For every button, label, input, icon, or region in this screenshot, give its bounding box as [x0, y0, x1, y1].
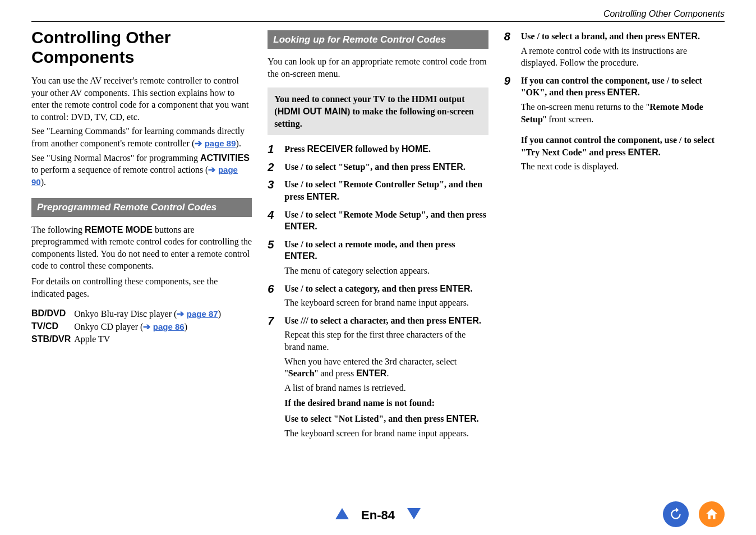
enter-label: ENTER	[432, 162, 463, 172]
text: to select a character, and then press	[308, 316, 449, 325]
intro-paragraph-2: See "Learning Commands" for learning com…	[31, 125, 252, 149]
step-7-sub2: When you have entered the 3rd character,…	[284, 356, 488, 380]
receiver-label: RECEIVER	[307, 144, 353, 154]
text: Use	[284, 284, 301, 293]
note-hdmi-label: HDMI OUT MAIN	[278, 107, 347, 116]
text: .	[315, 222, 317, 231]
activities-label: ACTIVITIES	[200, 153, 250, 163]
step-8-sub: A remote control code with its instructi…	[521, 45, 725, 69]
prev-page-button[interactable]	[335, 508, 349, 523]
step-5: Use / to select a remote mode, and then …	[268, 238, 488, 277]
text: Use	[521, 31, 537, 41]
text: .	[463, 162, 465, 172]
text: Onkyo CD player (	[74, 322, 143, 331]
step-7-sub3: A list of brand names is retrieved.	[284, 382, 488, 394]
text: The on-screen menu returns to the "	[521, 102, 650, 112]
page-footer: En-84	[0, 508, 756, 523]
page-title: Controlling Other Components	[31, 28, 252, 67]
text: to select "Not Listed", and then press	[301, 414, 446, 423]
text: Use	[284, 179, 301, 189]
row-label: STB/DVR	[31, 333, 74, 345]
step-1: Press RECEIVER followed by HOME.	[268, 143, 488, 155]
lookup-lead: You can look up for an appropriate remot…	[268, 56, 488, 80]
text: to select "Remote Mode Setup", and then …	[303, 210, 486, 219]
text: " front screen.	[543, 114, 594, 124]
text: to select a brand, and then press	[540, 31, 667, 41]
text: to select "Setup", and then press	[303, 162, 433, 172]
text: )	[218, 309, 221, 319]
text: .	[315, 251, 317, 261]
step-9-sub: The on-screen menu returns to the "Remot…	[521, 101, 725, 125]
steps-list: Press RECEIVER followed by HOME. Use / t…	[268, 143, 488, 439]
text: .	[477, 414, 479, 423]
text: .	[471, 284, 473, 293]
row-value: Apple TV	[74, 333, 224, 345]
link-arrow-icon: ➔	[195, 139, 204, 148]
link-page-87[interactable]: page 87	[187, 309, 218, 319]
triangle-up-icon	[335, 508, 349, 519]
next-page-button[interactable]	[407, 508, 421, 523]
text: See "Using Normal Macros" for programmin…	[31, 153, 200, 163]
link-arrow-icon: ➔	[177, 309, 186, 319]
preprog-paragraph-1: The following REMOTE MODE buttons are pr…	[31, 224, 252, 272]
enter-label: ENTER	[446, 414, 476, 423]
back-button[interactable]	[663, 501, 689, 527]
step-6-sub: The keyboard screen for brand name input…	[284, 297, 488, 309]
text: to select a category, and then press	[303, 284, 440, 293]
step-7-sub4: If the desired brand name is not found:	[284, 397, 488, 409]
enter-label: ENTER	[667, 31, 698, 41]
text: If you cannot control the component, use	[521, 135, 679, 145]
running-head: Controlling Other Components	[603, 9, 725, 19]
text: Use	[284, 414, 301, 423]
back-arrow-icon	[669, 507, 683, 522]
column-middle: Looking up for Remote Control Codes You …	[268, 28, 488, 445]
step-3: Use / to select "Remote Controller Setup…	[268, 178, 488, 202]
text: If you can control the component, use	[521, 76, 667, 85]
text: to perform a sequence of remote control …	[31, 165, 208, 174]
preprogrammed-table: BD/DVD Onkyo Blu-ray Disc player (➔ page…	[31, 307, 224, 345]
text: to select a remote mode, and then press	[303, 239, 455, 249]
text: Use	[284, 316, 301, 325]
intro-paragraph-1: You can use the AV receiver's remote con…	[31, 75, 252, 123]
enter-label: ENTER	[284, 222, 315, 231]
step-9-alt: If you cannot control the component, use…	[521, 134, 725, 158]
text: .	[337, 192, 339, 201]
step-7-sub1: Repeat this step for the first three cha…	[284, 329, 488, 353]
row-value: Onkyo Blu-ray Disc player (➔ page 87)	[74, 307, 224, 320]
page-number: En-84	[361, 508, 395, 523]
text: )	[185, 322, 187, 331]
step-7-sub6: The keyboard screen for brand name input…	[284, 427, 488, 440]
note-box: You need to connect your TV to the HDMI …	[268, 87, 488, 135]
home-button[interactable]	[699, 501, 725, 527]
step-7-sub5: Use to select "Not Listed", and then pre…	[284, 413, 488, 425]
step-9-alt-sub: The next code is displayed.	[521, 160, 725, 173]
section-heading-lookup: Looking up for Remote Control Codes	[268, 30, 488, 49]
text: Use	[284, 162, 301, 172]
enter-label: ENTER	[449, 316, 479, 325]
triangle-down-icon	[407, 508, 421, 519]
step-4: Use / to select "Remote Mode Setup", and…	[268, 209, 488, 233]
text: .	[658, 147, 661, 157]
link-arrow-icon: ➔	[208, 165, 218, 174]
text: The following	[31, 225, 85, 234]
enter-label: ENTER	[307, 192, 337, 201]
row-label: BD/DVD	[31, 307, 74, 320]
search-label: Search	[288, 368, 315, 378]
link-page-86[interactable]: page 86	[153, 322, 185, 331]
text: followed by	[353, 144, 402, 154]
link-page-89[interactable]: page 89	[205, 139, 236, 148]
preprog-paragraph-2: For details on controlling these compone…	[31, 275, 252, 299]
table-row: TV/CD Onkyo CD player (➔ page 86)	[31, 320, 224, 333]
column-right: Use / to select a brand, and then press …	[504, 28, 725, 445]
text: Press	[284, 144, 307, 154]
step-2: Use / to select "Setup", and then press …	[268, 161, 488, 173]
step-9: If you can control the component, use / …	[504, 75, 725, 173]
table-row: BD/DVD Onkyo Blu-ray Disc player (➔ page…	[31, 307, 224, 320]
text: ).	[41, 177, 46, 187]
text: .	[386, 368, 389, 378]
table-row: STB/DVR Apple TV	[31, 333, 224, 345]
enter-label: ENTER	[628, 147, 658, 157]
enter-label: ENTER	[356, 368, 386, 378]
row-label: TV/CD	[31, 320, 74, 333]
text: .	[428, 144, 431, 154]
